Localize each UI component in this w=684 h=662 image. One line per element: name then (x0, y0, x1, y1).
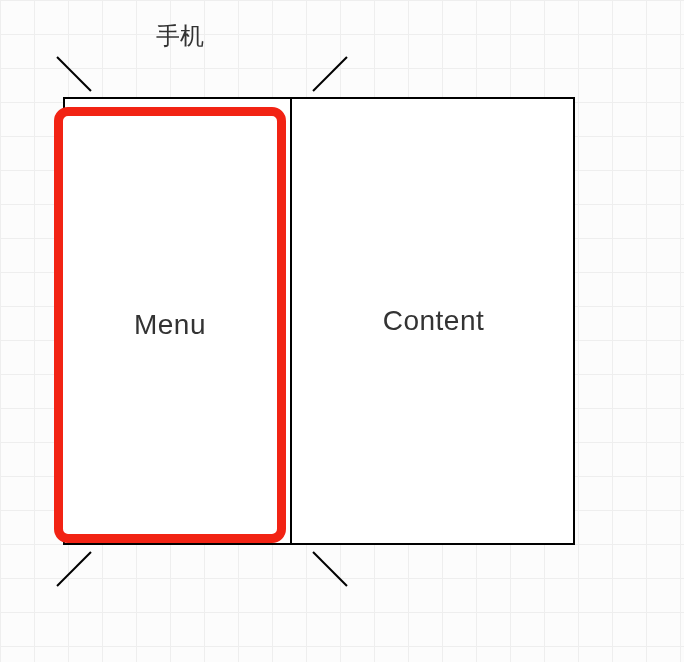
wireframe-stage: 手机 Menu Content (0, 0, 684, 662)
content-panel-label: Content (383, 305, 485, 337)
corner-tick-icon (56, 551, 91, 586)
corner-tick-icon (312, 56, 347, 91)
menu-panel-label: Menu (134, 309, 206, 341)
content-panel[interactable]: Content (292, 97, 575, 545)
corner-tick-icon (312, 551, 347, 586)
corner-tick-icon (56, 56, 91, 91)
device-frame-label: 手机 (130, 20, 230, 52)
menu-panel[interactable]: Menu (54, 107, 286, 543)
